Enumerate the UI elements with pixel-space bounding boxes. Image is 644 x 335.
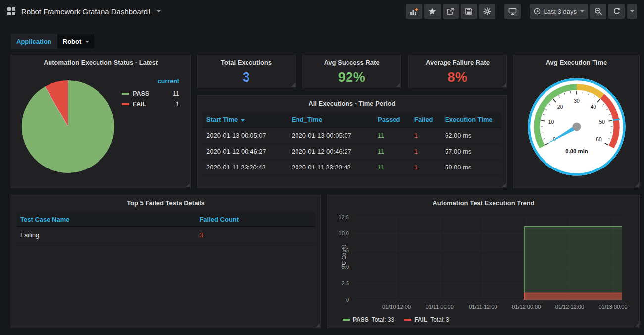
table-row: 2020-01-11 23:20:42 2020-01-11 23:20:42 … <box>202 160 501 175</box>
magnifier-minus-icon <box>594 7 602 15</box>
panel-resize-handle[interactable] <box>502 183 506 187</box>
share-dashboard-button[interactable] <box>443 4 459 19</box>
panel-title[interactable]: Avg Success Rate <box>303 55 400 69</box>
svg-text:12.5: 12.5 <box>339 214 349 220</box>
legend-item-fail[interactable]: FAIL 1 <box>122 99 179 109</box>
svg-text:30: 30 <box>574 98 580 104</box>
panel-average-failure-rate: Average Failure Rate 8% <box>408 55 507 88</box>
svg-text:01/10 12:00: 01/10 12:00 <box>382 304 411 310</box>
svg-text:01/12 00:00: 01/12 00:00 <box>512 304 541 310</box>
panel-title[interactable]: Top 5 Failed Tests Details <box>11 195 320 209</box>
cell-failed: 1 <box>410 160 441 175</box>
panel-execution-trend: Automation Test Execution Trend TC Count… <box>327 195 640 328</box>
panel-title[interactable]: Automation Execution Status - Latest <box>11 55 190 69</box>
svg-text:20: 20 <box>557 104 563 110</box>
refresh-button[interactable] <box>608 4 625 19</box>
cell-passed: 11 <box>374 160 410 175</box>
pass-color-swatch <box>122 93 129 95</box>
legend-item-fail[interactable]: FAIL Total: 3 <box>404 316 449 323</box>
svg-text:0.00 min: 0.00 min <box>565 148 588 154</box>
legend-total: Total: 33 <box>372 316 394 323</box>
legend-value: 1 <box>176 101 179 108</box>
svg-text:01/11 00:00: 01/11 00:00 <box>426 304 454 310</box>
title-caret-down-icon <box>157 10 161 12</box>
svg-text:10: 10 <box>548 119 554 125</box>
dashboard-title[interactable]: Robot Framework Grafana Dashboard1 <box>21 7 151 16</box>
legend-label: FAIL <box>414 316 427 323</box>
stat-value: 3 <box>198 70 295 85</box>
refresh-interval-dropdown[interactable] <box>627 4 637 19</box>
table-header-row: Test Case Name Failed Count <box>16 212 315 227</box>
panel-resize-handle[interactable] <box>291 83 295 87</box>
stat-value: 8% <box>409 70 506 85</box>
pass-color-swatch <box>343 319 350 321</box>
svg-text:7.5: 7.5 <box>342 247 349 253</box>
cell-failed: 1 <box>410 127 441 144</box>
legend-item-pass[interactable]: PASS 11 <box>122 88 179 99</box>
cell-failed-count: 3 <box>196 227 315 243</box>
pie-chart[interactable] <box>19 78 117 175</box>
refresh-icon <box>613 7 621 15</box>
legend-label: PASS <box>353 316 369 323</box>
cycle-view-mode-button[interactable] <box>504 4 521 19</box>
variable-application-dropdown[interactable]: Robot <box>57 34 96 49</box>
navbar: Robot Framework Grafana Dashboard1 <box>0 0 644 23</box>
panel-title[interactable]: Avg Execution Time <box>514 55 639 69</box>
legend-label: FAIL <box>133 101 146 108</box>
dashboard-grid-icon[interactable] <box>7 7 16 16</box>
column-header-passed[interactable]: Passed <box>374 112 410 127</box>
save-dashboard-button[interactable] <box>461 4 477 19</box>
panel-resize-handle[interactable] <box>316 323 320 327</box>
panel-total-executions: Total Executions 3 <box>197 55 296 88</box>
svg-text:01/12 12:00: 01/12 12:00 <box>555 304 584 310</box>
panel-resize-handle[interactable] <box>186 183 190 187</box>
cell-passed: 11 <box>374 144 410 160</box>
panel-resize-handle[interactable] <box>502 83 506 87</box>
panel-resize-handle[interactable] <box>396 83 400 87</box>
executions-table-wrap: Start Time End_Time Passed Failed Execut… <box>198 110 506 175</box>
panel-title[interactable]: All Executions - Time Period <box>198 96 506 110</box>
save-icon <box>465 7 473 15</box>
legend-value: 11 <box>173 90 179 97</box>
gear-icon <box>483 7 491 15</box>
zoom-out-time-button[interactable] <box>590 4 606 19</box>
time-range-label: Last 3 days <box>544 8 577 15</box>
table-row: 2020-01-13 00:05:07 2020-01-13 00:05:07 … <box>202 127 501 144</box>
legend-item-pass[interactable]: PASS Total: 33 <box>343 316 394 323</box>
panel-title[interactable]: Automation Test Execution Trend <box>328 195 639 209</box>
table-header-row: Start Time End_Time Passed Failed Execut… <box>202 112 501 127</box>
svg-text:01/13 00:00: 01/13 00:00 <box>598 304 627 310</box>
dashboard-settings-button[interactable] <box>479 4 495 19</box>
panel-avg-success-rate: Avg Success Rate 92% <box>302 55 401 88</box>
gauge-chart: 01020304050600.00 min <box>523 73 631 181</box>
column-header-end-time[interactable]: End_Time <box>288 112 374 127</box>
add-panel-button[interactable] <box>406 4 422 19</box>
column-header-test-case-name[interactable]: Test Case Name <box>16 212 196 227</box>
share-icon <box>446 7 454 15</box>
cell-execution-time: 62.00 ms <box>441 127 501 144</box>
svg-text:5.0: 5.0 <box>342 264 349 270</box>
cell-execution-time: 57.00 ms <box>441 144 501 160</box>
panel-resize-handle[interactable] <box>635 183 639 187</box>
column-header-execution-time[interactable]: Execution Time <box>441 112 501 127</box>
svg-text:10.0: 10.0 <box>339 230 349 236</box>
bar-chart-plus-icon <box>410 7 418 15</box>
clock-icon <box>534 8 541 15</box>
trend-chart[interactable]: 02.55.07.510.012.501/10 12:0001/11 00:00… <box>332 212 636 311</box>
legend-current-header: current <box>122 78 179 85</box>
failed-table-wrap: Test Case Name Failed Count Failing 3 <box>11 209 320 243</box>
column-header-start-time[interactable]: Start Time <box>202 112 288 127</box>
cell-test-case-name: Failing <box>16 227 196 243</box>
panel-resize-handle[interactable] <box>635 323 639 327</box>
legend-total: Total: 3 <box>430 316 449 323</box>
column-header-failed[interactable]: Failed <box>410 112 441 127</box>
fail-color-swatch <box>404 319 411 321</box>
cell-end-time: 2020-01-11 23:20:42 <box>288 160 374 175</box>
time-range-button[interactable]: Last 3 days <box>530 4 589 19</box>
panel-title[interactable]: Average Failure Rate <box>409 55 506 69</box>
star-dashboard-button[interactable] <box>424 4 441 19</box>
panel-title[interactable]: Total Executions <box>198 55 295 69</box>
table-row: Failing 3 <box>16 227 315 243</box>
column-header-failed-count[interactable]: Failed Count <box>196 212 315 227</box>
variable-application-control: Application Robot <box>11 34 95 49</box>
